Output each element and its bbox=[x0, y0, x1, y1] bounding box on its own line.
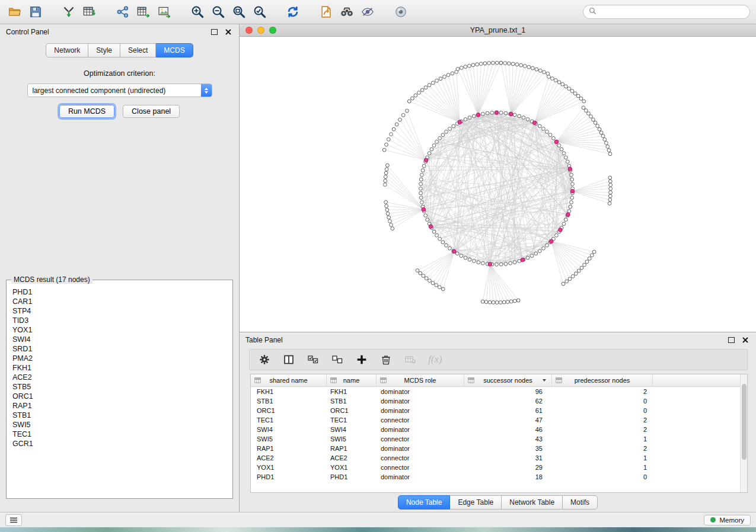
gear-icon[interactable] bbox=[258, 353, 271, 366]
cell-name: FKH1 bbox=[327, 388, 377, 395]
close-panel-icon[interactable] bbox=[224, 27, 233, 37]
run-mcds-button[interactable]: Run MCDS bbox=[59, 105, 114, 118]
column-header-predecessor-nodes[interactable]: predecessor nodes bbox=[552, 374, 653, 386]
open-folder-icon[interactable] bbox=[6, 3, 24, 21]
node-table-inner: shared namenameMCDS rolesuccessor nodesp… bbox=[251, 374, 740, 492]
mcds-result-item[interactable]: STB1 bbox=[12, 411, 227, 420]
maximize-window-icon[interactable] bbox=[269, 27, 276, 34]
close-window-icon[interactable] bbox=[245, 27, 253, 34]
deselect-all-icon[interactable] bbox=[331, 353, 344, 366]
mcds-result-item[interactable]: FKH1 bbox=[12, 363, 227, 373]
tab-select[interactable]: Select bbox=[120, 43, 156, 57]
cell-mcds-role: dominator bbox=[377, 388, 464, 395]
show-panels-icon[interactable] bbox=[5, 514, 22, 526]
table-row[interactable]: ACE2ACE2connector311 bbox=[251, 453, 740, 463]
table-scrollbar[interactable] bbox=[740, 374, 747, 492]
zoom-out-icon[interactable] bbox=[209, 3, 227, 21]
export-network-icon[interactable] bbox=[114, 3, 132, 21]
criterion-dropdown[interactable]: largest connected component (undirected) bbox=[27, 84, 212, 97]
tab-style[interactable]: Style bbox=[88, 43, 120, 57]
table-row[interactable]: YOX1YOX1connector291 bbox=[251, 463, 740, 472]
table-row[interactable]: ORC1ORC1dominator610 bbox=[251, 406, 740, 415]
mcds-result-item[interactable]: TEC1 bbox=[12, 430, 227, 439]
mcds-result-item[interactable]: ACE2 bbox=[12, 373, 227, 382]
col-header-icon bbox=[556, 377, 562, 383]
float-panel-icon[interactable] bbox=[209, 27, 219, 37]
cell-predecessor-nodes: 2 bbox=[552, 426, 653, 433]
mcds-result-item[interactable]: PMA2 bbox=[12, 354, 227, 363]
search-input[interactable] bbox=[599, 7, 744, 17]
table-row[interactable]: STB1STB1dominator620 bbox=[251, 396, 740, 406]
cell-successor-nodes: 35 bbox=[464, 445, 552, 452]
float-table-panel-icon[interactable] bbox=[726, 335, 736, 345]
col-header-icon bbox=[330, 377, 337, 383]
mcds-result-item[interactable]: CAR1 bbox=[12, 297, 227, 306]
column-header-successor-nodes[interactable]: successor nodes bbox=[464, 374, 552, 386]
tab-motifs[interactable]: Motifs bbox=[563, 495, 598, 509]
column-header-name[interactable]: name bbox=[327, 374, 377, 386]
mcds-result-item[interactable]: ORC1 bbox=[12, 392, 227, 401]
node-table: shared namenameMCDS rolesuccessor nodesp… bbox=[250, 374, 748, 493]
export-table-icon[interactable] bbox=[135, 3, 152, 21]
tab-network-table[interactable]: Network Table bbox=[502, 495, 563, 509]
zoom-selected-icon[interactable] bbox=[251, 3, 269, 21]
share-document-icon[interactable] bbox=[317, 3, 335, 21]
mcds-result-item[interactable]: SWI5 bbox=[12, 420, 227, 430]
save-icon[interactable] bbox=[27, 3, 44, 21]
minimize-window-icon[interactable] bbox=[257, 27, 264, 34]
tab-edge-table[interactable]: Edge Table bbox=[450, 495, 502, 509]
mcds-result-item[interactable]: STP4 bbox=[12, 306, 227, 316]
mcds-result-item[interactable]: SWI4 bbox=[12, 335, 227, 344]
cell-name: STB1 bbox=[327, 398, 377, 405]
cell-predecessor-nodes: 0 bbox=[552, 407, 653, 414]
import-table-icon[interactable] bbox=[81, 3, 98, 21]
mcds-result-item[interactable]: TID3 bbox=[12, 316, 227, 325]
network-canvas[interactable] bbox=[240, 37, 756, 332]
table-row[interactable]: SWI4SWI4dominator462 bbox=[251, 425, 740, 434]
binoculars-icon[interactable] bbox=[338, 3, 356, 21]
mcds-result-item[interactable]: PHD1 bbox=[12, 287, 227, 297]
network-titlebar: YPA_prune.txt_1 bbox=[240, 24, 756, 37]
table-row[interactable]: TEC1TEC1connector472 bbox=[251, 415, 740, 425]
mcds-result-item[interactable]: RAP1 bbox=[12, 401, 227, 411]
table-row[interactable]: SWI5SWI5connector431 bbox=[251, 434, 740, 444]
tab-node-table[interactable]: Node Table bbox=[398, 495, 451, 509]
delete-row-icon[interactable] bbox=[379, 353, 393, 366]
cell-predecessor-nodes: 1 bbox=[552, 464, 653, 471]
tab-mcds[interactable]: MCDS bbox=[156, 43, 193, 57]
mcds-result-item[interactable]: GCR1 bbox=[12, 439, 227, 448]
close-panel-button[interactable]: Close panel bbox=[123, 105, 180, 118]
select-all-icon[interactable] bbox=[307, 353, 320, 366]
column-header-mcds-role[interactable]: MCDS role bbox=[377, 374, 464, 386]
apply-layout-icon[interactable] bbox=[284, 3, 302, 21]
import-network-icon[interactable] bbox=[60, 3, 78, 21]
cell-shared-name: RAP1 bbox=[251, 445, 327, 452]
tab-network[interactable]: Network bbox=[46, 43, 88, 57]
cell-mcds-role: connector bbox=[377, 435, 464, 443]
mcds-result-item[interactable]: YOX1 bbox=[12, 325, 227, 335]
export-image-icon[interactable] bbox=[155, 3, 173, 21]
mcds-result-list[interactable]: PHD1CAR1STP4TID3YOX1SWI4SRD1PMA2FKH1ACE2… bbox=[7, 280, 232, 490]
table-row[interactable]: FKH1FKH1dominator962 bbox=[251, 387, 740, 396]
mcds-result-item[interactable]: SRD1 bbox=[12, 344, 227, 354]
control-panel-header: Control Panel bbox=[0, 24, 239, 40]
window-controls bbox=[245, 27, 276, 34]
hide-graphics-details-icon[interactable] bbox=[359, 3, 377, 21]
close-table-panel-icon[interactable] bbox=[741, 335, 750, 345]
cell-successor-nodes: 43 bbox=[464, 435, 552, 443]
table-row[interactable]: PHD1PHD1dominator180 bbox=[251, 472, 740, 482]
mcds-result-item[interactable]: STB5 bbox=[12, 382, 227, 392]
cell-successor-nodes: 29 bbox=[464, 464, 552, 471]
table-row[interactable]: RAP1RAP1dominator352 bbox=[251, 444, 740, 453]
column-header-shared-name[interactable]: shared name bbox=[251, 374, 327, 386]
search-box[interactable] bbox=[583, 5, 750, 19]
zoom-fit-icon[interactable] bbox=[230, 3, 248, 21]
show-graphics-details-icon[interactable] bbox=[392, 3, 410, 21]
add-row-icon[interactable] bbox=[355, 353, 368, 366]
columns-icon[interactable] bbox=[282, 353, 295, 366]
zoom-in-icon[interactable] bbox=[189, 3, 206, 21]
scrollbar-thumb[interactable] bbox=[742, 384, 747, 460]
memory-button[interactable]: Memory bbox=[704, 515, 751, 525]
col-header-icon bbox=[468, 377, 474, 383]
table-panel-header: Table Panel bbox=[240, 332, 756, 348]
